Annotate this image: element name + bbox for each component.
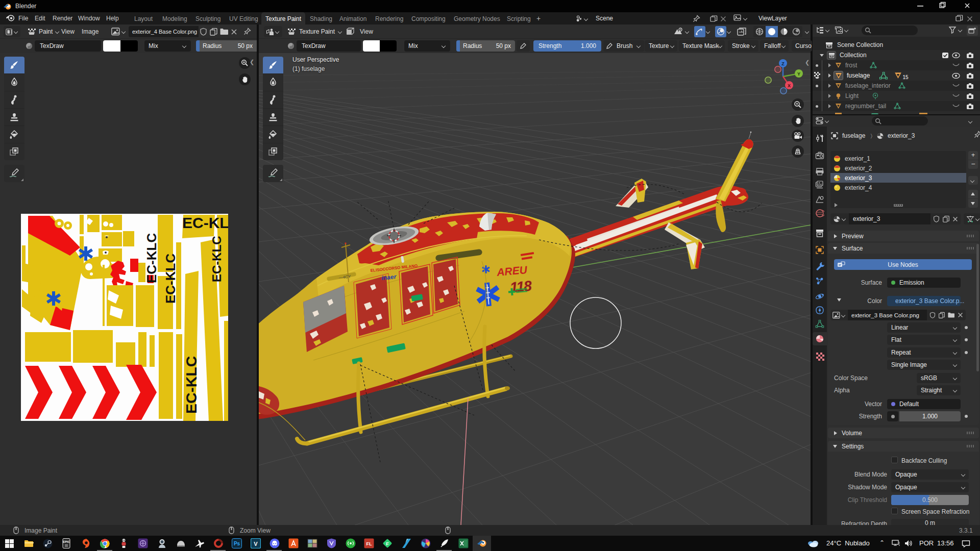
svg-text:F: F	[386, 541, 389, 546]
svg-text:EC-KLC: EC-KLC	[182, 214, 228, 231]
svg-text:EPIC: EPIC	[63, 540, 70, 543]
svg-text:EC-KLC: EC-KLC	[183, 356, 200, 414]
svg-text:Ps: Ps	[234, 541, 240, 546]
svg-text:EC-KLC: EC-KLC	[163, 254, 178, 304]
svg-text:EC-KLC: EC-KLC	[210, 236, 224, 282]
svg-text:FL: FL	[366, 541, 372, 546]
svg-text:Y: Y	[797, 71, 800, 77]
svg-text:EC-KLC: EC-KLC	[144, 233, 159, 283]
svg-text:Z: Z	[781, 61, 785, 66]
svg-text:X: X	[788, 83, 791, 88]
svg-text:V: V	[254, 541, 258, 547]
